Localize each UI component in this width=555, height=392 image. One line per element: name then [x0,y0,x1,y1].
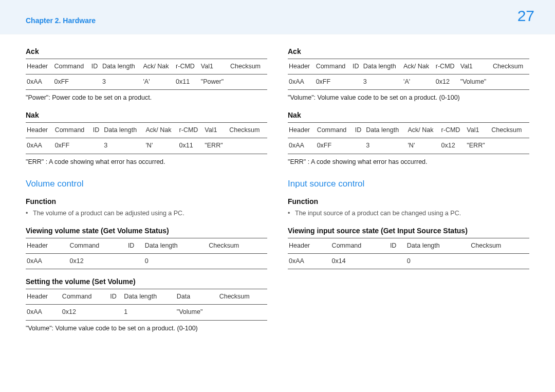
function-bullet-left: The volume of a product can be adjusted … [33,209,267,218]
th: Data [176,289,218,305]
nak-heading-left: Nak [26,111,267,119]
td: 0x12 [435,74,459,90]
th: Header [26,289,61,305]
function-bullet-right: The input source of a product can be cha… [295,209,529,218]
td: 'A' [142,74,175,90]
td: 0xAA [26,305,61,321]
th: ID [109,289,123,305]
th: Header [26,238,69,254]
td: 0xFF [316,138,354,154]
th: Checksum [490,123,529,138]
td [90,74,101,90]
chapter-title: Chapter 2. Hardware [26,16,96,25]
th: Data length [362,59,402,74]
input-source-heading: Input source control [288,179,529,189]
th: Command [331,238,389,254]
page-number: 27 [517,7,534,25]
th: Header [26,123,54,138]
td: 0xAA [26,253,69,269]
td: 0xAA [26,138,54,154]
set-volume-table: Header Command ID Data length Data Check… [26,289,267,320]
ack-table-right: Header Command ID Data length Ack/ Nak r… [288,59,529,90]
ack-note-right: "Volume": Volume value code to be set on… [288,93,529,103]
td: "Volume" [459,74,492,90]
th: Header [288,59,315,74]
th: Val1 [466,123,490,138]
th: Checksum [470,238,529,254]
td: 0x11 [175,74,200,90]
td: 0x14 [331,253,389,269]
left-column: Ack Header Command ID Data length Ack/ N… [26,47,267,341]
td: 1 [123,305,175,321]
get-volume-table: Header Command ID Data length Checksum 0… [26,238,267,269]
td [389,253,406,269]
th: Command [316,123,354,138]
td: "ERR" [466,138,490,154]
th: Ack/ Nak [406,123,440,138]
td [208,253,267,269]
function-heading-right: Function [288,197,529,206]
th: Data length [365,123,406,138]
th: Checksum [229,59,267,74]
th: r-CMD [175,59,200,74]
th: ID [351,59,362,74]
nak-table-left: Header Command ID Data length Ack/ Nak r… [26,122,267,154]
th: ID [92,123,103,138]
td: 'N' [406,138,440,154]
page-header: Chapter 2. Hardware 27 [0,0,555,34]
td: 'A' [402,74,435,90]
th: Ack/ Nak [144,123,178,138]
nak-note-left: "ERR" : A code showing what error has oc… [26,157,267,167]
ack-heading-left: Ack [26,47,267,55]
td: 0xFF [315,74,351,90]
th: ID [389,238,406,254]
content-area: Ack Header Command ID Data length Ack/ N… [0,34,555,341]
th: Command [54,123,92,138]
td: 3 [362,74,402,90]
td [351,74,362,90]
th: Data length [406,238,470,254]
nak-table-right: Header Command ID Data length Ack/ Nak r… [288,122,529,154]
td [92,138,103,154]
th: Command [61,289,109,305]
td [127,253,144,269]
th: ID [127,238,144,254]
ack-note-left: "Power": Power code to be set on a produ… [26,93,267,103]
td: 0x12 [61,305,109,321]
set-volume-note: "Volume": Volume value code to be set on… [26,324,267,333]
td: 0xAA [288,138,316,154]
th: Checksum [208,238,267,254]
td [354,138,365,154]
td: 3 [365,138,406,154]
td [109,305,123,321]
td [218,305,267,321]
volume-control-heading: Volume control [26,179,267,189]
right-column: Ack Header Command ID Data length Ack/ N… [288,47,529,341]
viewing-volume-heading: Viewing volume state (Get Volume Status) [26,227,267,235]
td: 3 [103,138,144,154]
th: r-CMD [435,59,459,74]
td: 0x12 [69,253,127,269]
td: 0xAA [288,74,315,90]
th: Data length [144,238,208,254]
ack-heading-right: Ack [288,47,529,55]
td: "Volume" [176,305,218,321]
th: Command [53,59,90,74]
th: Checksum [228,123,267,138]
td: 'N' [144,138,178,154]
td: 0xAA [26,74,53,90]
td [492,74,529,90]
set-volume-heading: Setting the volume (Set Volume) [26,277,267,286]
td [228,138,267,154]
td: "Power" [200,74,229,90]
th: Ack/ Nak [142,59,175,74]
th: r-CMD [440,123,466,138]
th: Header [26,59,53,74]
th: r-CMD [178,123,204,138]
td [470,253,529,269]
th: Data length [123,289,175,305]
th: Val1 [200,59,229,74]
th: Checksum [492,59,529,74]
th: ID [354,123,365,138]
td: 0xFF [54,138,92,154]
